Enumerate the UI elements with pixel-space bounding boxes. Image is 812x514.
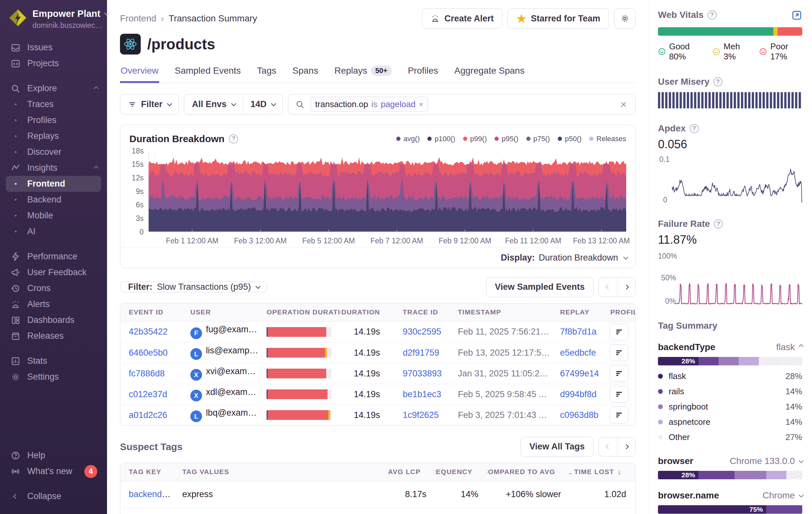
sidebar-item-profiles[interactable]: Profiles <box>6 112 101 128</box>
event-id-link[interactable]: c012e37d <box>129 389 167 399</box>
column-header[interactable]: COMPARED TO AVG <box>487 468 570 476</box>
clear-search-icon[interactable] <box>619 100 628 109</box>
duration-chart-plot[interactable]: Feb 1 12:00 AMFeb 3 12:00 AMFeb 5 12:00 … <box>148 151 626 247</box>
sidebar-collapse-button[interactable]: Collapse <box>6 488 101 504</box>
sidebar-item-explore[interactable]: Explore <box>6 80 101 97</box>
next-page-button[interactable] <box>617 437 635 456</box>
profile-button[interactable] <box>610 386 629 403</box>
sidebar-item-whats-new[interactable]: What's new 4 <box>6 463 101 479</box>
column-header[interactable]: TAG KEY <box>120 468 174 476</box>
tag-group-header[interactable]: browserChrome 133.0.0 <box>658 456 802 466</box>
token-remove-icon[interactable]: × <box>419 100 423 109</box>
tab-profiles[interactable]: Profiles <box>407 65 439 83</box>
sidebar-item-settings[interactable]: Settings <box>6 369 101 385</box>
tab-aggregate-spans[interactable]: Aggregate Spans <box>454 65 525 83</box>
tab-spans[interactable]: Spans <box>292 65 319 83</box>
tag-distribution-bar[interactable]: 75% <box>658 505 802 514</box>
info-icon[interactable]: ? <box>229 134 238 143</box>
tag-selected-value[interactable]: flask <box>776 342 802 352</box>
next-page-button[interactable] <box>617 278 635 297</box>
tag-distribution-bar[interactable]: 28% <box>658 471 802 479</box>
tag-distribution-bar[interactable]: 28% <box>658 357 802 366</box>
external-link-icon[interactable] <box>791 10 802 21</box>
trace-id-link[interactable]: 1c9f2625 <box>403 410 439 420</box>
info-icon[interactable]: ? <box>690 124 699 133</box>
trace-id-link[interactable]: 930c2595 <box>403 327 441 336</box>
profile-button[interactable] <box>610 324 629 341</box>
starred-for-team-button[interactable]: ★ Starred for Team <box>508 8 609 29</box>
sidebar-item-user-feedback[interactable]: User Feedback <box>6 265 101 280</box>
sidebar-item-alerts[interactable]: Alerts <box>6 296 101 312</box>
trace-id-link[interactable]: be1b1ec3 <box>403 389 441 399</box>
legend-item[interactable]: avg() <box>396 135 419 143</box>
sidebar-item-performance[interactable]: Performance <box>6 249 101 265</box>
column-header[interactable]: REPLAY <box>552 308 602 316</box>
legend-item[interactable]: Releases <box>589 135 626 143</box>
column-header[interactable]: TAG VALUES <box>174 468 386 476</box>
event-id-link[interactable]: fc7886d8 <box>129 369 165 378</box>
column-header[interactable]: TIMESTAMP <box>450 308 552 316</box>
tag-group-header[interactable]: browser.nameChrome <box>658 490 802 501</box>
date-range-selector[interactable]: 14D <box>242 94 283 114</box>
column-header[interactable]: TOTAL DURATION <box>341 308 394 316</box>
column-header[interactable]: FREQUENCY <box>435 468 487 476</box>
tag-legend-item[interactable]: aspnetcore14% <box>658 414 802 430</box>
sidebar-item-traces[interactable]: Traces <box>6 97 101 112</box>
trace-id-link[interactable]: 97033893 <box>403 369 442 378</box>
search-token[interactable]: transaction.op is pageload × <box>310 97 428 112</box>
tag-selected-value[interactable]: Chrome <box>762 490 802 501</box>
info-icon[interactable]: ? <box>714 219 723 228</box>
tab-replays[interactable]: Replays50+ <box>334 65 393 83</box>
tag-legend-item[interactable]: Other27% <box>658 430 802 445</box>
org-switcher[interactable]: Empower Plant dominik.buszowiec… <box>6 8 101 30</box>
info-icon[interactable]: ? <box>714 77 723 86</box>
sidebar-item-dashboards[interactable]: Dashboards <box>6 312 101 328</box>
tag-legend-item[interactable]: flask28% <box>658 369 802 384</box>
view-all-tags-button[interactable]: View All Tags <box>520 437 593 457</box>
column-header[interactable]: EVENT ID <box>120 308 182 316</box>
profile-button[interactable] <box>610 344 629 361</box>
sidebar-item-replays[interactable]: Replays <box>6 128 101 144</box>
sidebar-item-ai[interactable]: AI <box>6 223 101 240</box>
column-header[interactable]: AVG LCP <box>386 468 435 476</box>
legend-item[interactable]: p95() <box>495 135 518 143</box>
breadcrumb-frontend[interactable]: Frontend <box>120 13 156 24</box>
sidebar-item-issues[interactable]: Issues <box>6 39 101 55</box>
replay-id-link[interactable]: e5edbcfe <box>560 348 596 358</box>
replay-id-link[interactable]: 67499e14 <box>560 369 599 378</box>
filter-dropdown[interactable]: Filter <box>120 94 179 115</box>
event-id-link[interactable]: 6460e5b0 <box>129 348 168 358</box>
tag-legend-item[interactable]: springboot14% <box>658 399 802 414</box>
column-header[interactable]: TOTAL TIME LOST↓ <box>570 467 636 476</box>
tag-group-header[interactable]: backendTypeflask <box>658 342 802 352</box>
replay-id-link[interactable]: c0963d8b <box>560 410 599 420</box>
event-id-link[interactable]: 42b35422 <box>129 327 168 336</box>
info-icon[interactable]: ? <box>707 10 717 20</box>
sidebar-item-releases[interactable]: Releases <box>6 328 101 344</box>
create-alert-button[interactable]: Create Alert <box>422 8 502 29</box>
environment-selector[interactable]: All Envs <box>184 94 242 114</box>
search-input[interactable]: transaction.op is pageload × <box>288 94 636 115</box>
tag-selected-value[interactable]: Chrome 133.0.0 <box>730 456 802 466</box>
replay-id-link[interactable]: d994bf8d <box>560 389 597 399</box>
legend-item[interactable]: p100() <box>427 135 455 143</box>
column-header[interactable]: TRACE ID <box>394 308 450 316</box>
profile-button[interactable] <box>610 407 629 424</box>
previous-page-button[interactable] <box>599 278 617 297</box>
sidebar-item-projects[interactable]: Projects <box>6 55 101 72</box>
replay-id-link[interactable]: 7f8b7d1a <box>560 327 597 336</box>
tag-key-link[interactable]: backendType <box>129 489 174 499</box>
column-header[interactable]: PROFILE <box>602 308 636 316</box>
legend-item[interactable]: p99() <box>463 135 487 143</box>
profile-button[interactable] <box>610 365 629 382</box>
trace-id-link[interactable]: d2f91759 <box>403 348 439 358</box>
sidebar-item-insights[interactable]: Insights <box>6 160 101 176</box>
legend-item[interactable]: p50() <box>558 135 581 143</box>
event-id-link[interactable]: a01d2c26 <box>129 410 167 420</box>
tag-legend-item[interactable]: rails14% <box>658 384 802 399</box>
tab-overview[interactable]: Overview <box>120 65 159 83</box>
transactions-filter-dropdown[interactable]: Filter: Slow Transactions (p95) <box>120 282 267 292</box>
sidebar-item-crons[interactable]: Crons <box>6 280 101 296</box>
sidebar-item-backend[interactable]: Backend <box>6 192 101 208</box>
legend-item[interactable]: p75() <box>526 135 550 143</box>
